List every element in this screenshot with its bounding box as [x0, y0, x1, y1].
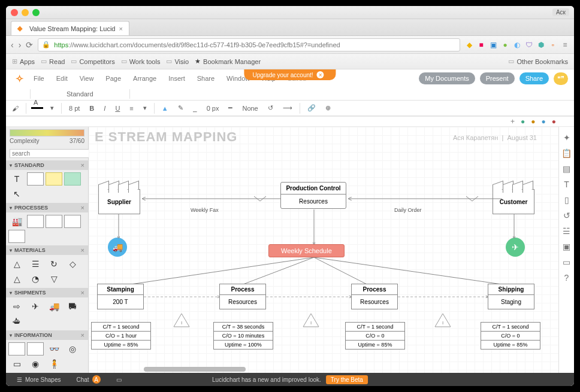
- extension-icon[interactable]: ▫: [549, 41, 557, 49]
- info-shape-icon[interactable]: ▭: [8, 357, 25, 370]
- router-icon[interactable]: ↺: [265, 104, 276, 112]
- proc-shape-icon[interactable]: [8, 230, 25, 243]
- supplier-node[interactable]: Supplier: [98, 181, 140, 214]
- note-shape-icon[interactable]: [46, 172, 62, 186]
- menu-view[interactable]: View: [75, 72, 99, 84]
- ship-shape-icon[interactable]: ⇨: [8, 300, 25, 313]
- underline-icon[interactable]: U: [113, 105, 122, 112]
- paste-format-icon[interactable]: 🖌: [10, 105, 21, 112]
- add-icon[interactable]: ⊕: [323, 104, 333, 112]
- forward-icon[interactable]: ›: [19, 40, 22, 50]
- mat-shape-icon[interactable]: ☰: [27, 257, 44, 271]
- mat-shape-icon[interactable]: ◇: [64, 257, 81, 271]
- info-shape-icon[interactable]: 👓: [46, 342, 62, 355]
- masterpage-icon[interactable]: ▣: [563, 242, 570, 251]
- extension-icon[interactable]: ■: [477, 41, 485, 49]
- inventory-triangle-icon[interactable]: I: [434, 312, 452, 328]
- factory-shape-icon[interactable]: 🏭: [8, 215, 25, 228]
- production-control-node[interactable]: Production Control Resources: [280, 182, 346, 209]
- layers-icon[interactable]: ☱: [563, 226, 570, 236]
- line-color-icon[interactable]: ✎: [176, 104, 186, 112]
- font-dropdown-icon[interactable]: ▾: [48, 104, 56, 112]
- text-shape-icon[interactable]: T: [8, 172, 25, 186]
- text-tool-icon[interactable]: T: [564, 180, 569, 189]
- comments-button[interactable]: ❝❞: [554, 72, 568, 85]
- line-style-icon[interactable]: ⎯: [191, 105, 200, 112]
- fill-color-icon[interactable]: ▲: [159, 105, 171, 112]
- inventory-triangle-icon[interactable]: I: [173, 312, 191, 328]
- ship-shape-icon[interactable]: 🚚: [46, 300, 62, 313]
- apps-shortcut[interactable]: ⊞Apps: [12, 57, 35, 65]
- rect-shape-icon[interactable]: [27, 172, 44, 186]
- info-shape-icon[interactable]: [27, 342, 44, 355]
- panel-dot-icon[interactable]: ●: [521, 117, 525, 126]
- extension-icon[interactable]: ◆: [465, 41, 473, 49]
- weekly-schedule-node[interactable]: Weekly Schedule: [268, 244, 345, 257]
- doc-tab[interactable]: Standard: [30, 89, 130, 99]
- font-color-icon[interactable]: [31, 107, 43, 109]
- browser-tab[interactable]: ◆ Value Stream Mapping: Lucid ×: [11, 21, 129, 35]
- extension-icon[interactable]: ▣: [489, 41, 497, 49]
- inventory-triangle-icon[interactable]: I: [302, 312, 320, 328]
- mat-shape-icon[interactable]: △: [8, 257, 25, 271]
- calendar-icon[interactable]: ▤: [563, 164, 570, 174]
- shipping-data[interactable]: C/T = 1 second C/O = 0 Uptime = 85%: [481, 322, 540, 350]
- bookmark-folder[interactable]: ▭Visio: [166, 57, 189, 65]
- my-documents-button[interactable]: My Documents: [419, 72, 475, 84]
- category-standard[interactable]: ▾STANDARD×: [6, 160, 88, 170]
- category-materials[interactable]: ▾MATERIALS×: [6, 245, 88, 255]
- presentation-icon[interactable]: ▭: [563, 257, 570, 267]
- horizontal-scrollbar[interactable]: [144, 367, 246, 372]
- canvas[interactable]: E STREAM MAPPING Ася Карапетян | August …: [89, 127, 558, 373]
- truck-icon[interactable]: 🚚: [108, 238, 127, 257]
- upgrade-banner[interactable]: Upgrade your account! ×: [244, 69, 336, 80]
- maximize-window-icon[interactable]: [32, 9, 40, 16]
- proc-shape-icon[interactable]: [46, 215, 62, 228]
- add-panel-icon[interactable]: +: [510, 117, 515, 126]
- stamping-process[interactable]: Stamping 200 T: [97, 284, 144, 309]
- extension-icon[interactable]: ⬢: [537, 41, 545, 49]
- bold-icon[interactable]: B: [87, 105, 96, 112]
- panel-dot-icon[interactable]: ●: [542, 117, 546, 126]
- extension-icon[interactable]: ◐: [513, 41, 521, 49]
- mat-shape-icon[interactable]: △: [8, 272, 25, 285]
- menu-edit[interactable]: Edit: [52, 72, 72, 84]
- panel-dot-icon[interactable]: ●: [552, 117, 556, 126]
- try-beta-button[interactable]: Try the Beta: [326, 375, 368, 384]
- other-bookmarks[interactable]: ▭Other Bookmarks: [508, 57, 568, 65]
- category-information[interactable]: ▾INFORMATION×: [6, 330, 88, 340]
- ship-shape-icon[interactable]: ✈: [27, 300, 44, 313]
- clipboard-icon[interactable]: 📋: [561, 148, 572, 158]
- info-shape-icon[interactable]: ◎: [64, 342, 81, 355]
- bookmark-item[interactable]: ★Bookmark Manager: [195, 57, 261, 65]
- more-shapes-button[interactable]: ☰ More Shapes: [12, 376, 65, 383]
- close-window-icon[interactable]: [11, 9, 18, 16]
- extension-icon[interactable]: ●: [501, 41, 509, 49]
- menu-icon[interactable]: ≡: [561, 41, 569, 49]
- category-processes[interactable]: ▾PROCESSES×: [6, 203, 88, 212]
- link-icon[interactable]: 🔗: [305, 104, 318, 112]
- minimize-chat-icon[interactable]: ▭: [111, 376, 126, 383]
- italic-icon[interactable]: I: [101, 105, 108, 112]
- page-icon[interactable]: ▯: [564, 195, 569, 205]
- ship-shape-icon[interactable]: ⛟: [64, 300, 81, 313]
- arrow-start[interactable]: None: [240, 105, 260, 112]
- proc-shape-icon[interactable]: [27, 215, 44, 228]
- mat-shape-icon[interactable]: ↻: [46, 257, 62, 271]
- ship-shape-icon[interactable]: ⛴: [8, 315, 25, 328]
- pointer-shape-icon[interactable]: ↖: [8, 187, 25, 200]
- bookmark-folder[interactable]: ▭Read: [41, 57, 65, 65]
- stamping-data[interactable]: C/T = 1 second C/O = 1 hour Uptime = 85%: [91, 322, 151, 350]
- mat-shape-icon[interactable]: ◔: [27, 272, 44, 285]
- category-shipments[interactable]: ▾SHIPMENTS×: [6, 288, 88, 297]
- line-dash-icon[interactable]: ━: [226, 104, 235, 112]
- menu-page[interactable]: Page: [101, 72, 126, 84]
- share-button[interactable]: Share: [519, 72, 549, 84]
- chat-button[interactable]: Chat А: [71, 375, 105, 384]
- customer-node[interactable]: Customer: [493, 181, 534, 214]
- process2-data[interactable]: C/T = 1 second C/O = 0 Uptime = 85%: [345, 322, 405, 350]
- panel-dot-icon[interactable]: ●: [531, 117, 535, 126]
- proc-shape-icon[interactable]: [64, 215, 81, 228]
- sparkle-icon[interactable]: ✦: [563, 133, 570, 142]
- line-width[interactable]: 0 px: [204, 105, 222, 112]
